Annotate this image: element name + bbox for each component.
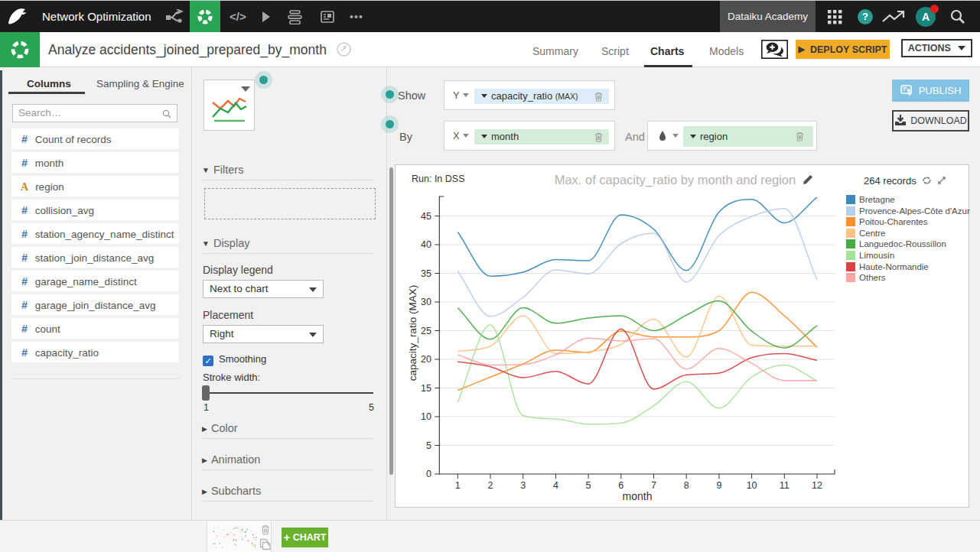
svg-text:12: 12 — [812, 480, 822, 491]
svg-text:10: 10 — [421, 411, 431, 422]
svg-text:1: 1 — [455, 480, 461, 491]
svg-text:35: 35 — [421, 268, 431, 279]
svg-text:6: 6 — [618, 480, 623, 491]
svg-text:45: 45 — [421, 211, 431, 222]
svg-text:15: 15 — [421, 383, 431, 394]
svg-text:8: 8 — [684, 480, 689, 491]
svg-text:30: 30 — [421, 297, 431, 307]
svg-text:20: 20 — [421, 354, 431, 365]
svg-text:11: 11 — [780, 480, 790, 491]
svg-text:25: 25 — [421, 326, 431, 336]
svg-text:7: 7 — [651, 480, 656, 491]
svg-text:2: 2 — [488, 480, 493, 491]
svg-text:3: 3 — [520, 480, 526, 491]
svg-text:10: 10 — [747, 480, 757, 491]
svg-text:9: 9 — [716, 480, 721, 491]
svg-text:4: 4 — [553, 480, 558, 491]
svg-text:5: 5 — [426, 440, 431, 451]
svg-text:0: 0 — [426, 469, 431, 479]
svg-text:40: 40 — [421, 239, 431, 250]
svg-text:5: 5 — [586, 480, 591, 491]
